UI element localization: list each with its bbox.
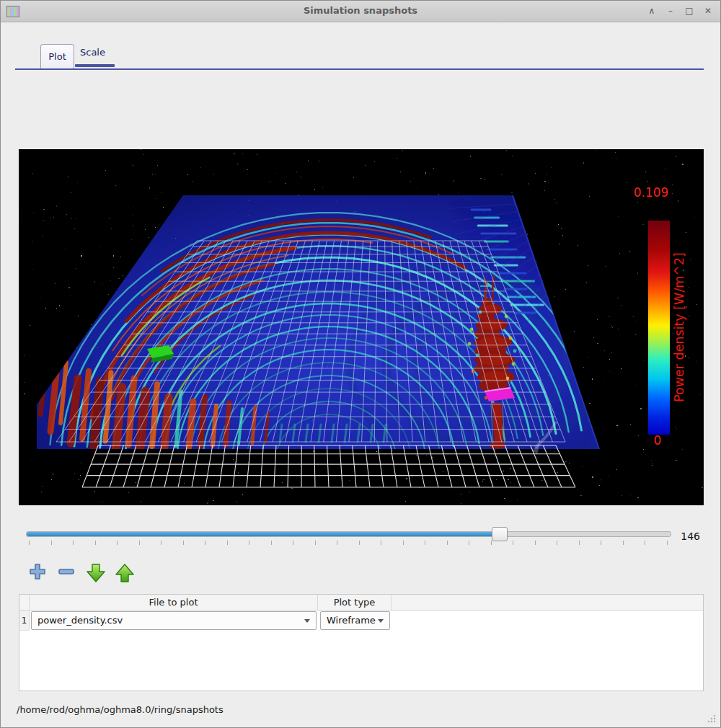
current-path: /home/rod/oghma/oghma8.0/ring/snapshots — [17, 704, 224, 715]
app-window: Simulation snapshots ∧ – □ ✕ Plot Scale … — [0, 0, 721, 728]
header-file-to-plot: File to plot — [30, 595, 318, 611]
toolbar: Pointer Zoom Move — [1, 73, 720, 145]
plot-canvas[interactable]: 0.109 0 Power density [W/m^2] — [19, 149, 704, 505]
move-up-button[interactable] — [115, 563, 135, 583]
table-row: 1 power_density.csv Wireframe — [19, 611, 703, 631]
tab-scale[interactable]: Scale — [80, 47, 105, 58]
minimize-button[interactable]: – — [664, 4, 677, 18]
plot-type-combobox[interactable]: Wireframe — [320, 611, 390, 630]
add-button[interactable] — [29, 563, 46, 580]
window-title: Simulation snapshots — [1, 5, 720, 16]
resize-grip[interactable] — [707, 714, 717, 724]
colorbar — [648, 221, 670, 435]
remove-button[interactable] — [58, 563, 75, 580]
move-down-button[interactable] — [86, 563, 106, 583]
row-number: 1 — [19, 611, 30, 631]
colorbar-max-label: 0.109 — [634, 185, 669, 200]
table-header: File to plot Plot type — [19, 595, 703, 611]
tab-plot[interactable]: Plot — [40, 44, 74, 69]
shade-button[interactable]: ∧ — [645, 4, 658, 18]
slider-value: 146 — [681, 531, 700, 542]
slider-handle[interactable] — [492, 527, 508, 541]
colorbar-axis-title: Power density [W/m^2] — [672, 252, 686, 402]
snapshot-slider-zone: 146 — [1, 523, 720, 556]
chevron-down-icon — [378, 619, 384, 623]
slider-ticks — [26, 541, 671, 546]
maximize-button[interactable]: □ — [683, 4, 696, 18]
slider-filled-track — [27, 532, 500, 536]
tab-bar: Plot Scale — [1, 41, 720, 70]
snapshot-slider-track[interactable] — [26, 531, 671, 537]
window-controls: ∧ – □ ✕ — [645, 4, 715, 18]
colorbar-min-label: 0 — [654, 433, 662, 448]
status-bar: /home/rod/oghma/oghma8.0/ring/snapshots — [1, 691, 720, 728]
title-bar: Simulation snapshots ∧ – □ ✕ — [1, 1, 720, 22]
tab-underline — [75, 64, 115, 67]
file-list-actions — [1, 561, 720, 587]
header-row-number — [19, 595, 30, 611]
close-button[interactable]: ✕ — [702, 4, 715, 18]
tab-separator-line — [15, 68, 704, 70]
header-plot-type: Plot type — [318, 595, 392, 611]
file-select-combobox[interactable]: power_density.csv — [31, 611, 317, 630]
chevron-down-icon — [304, 619, 310, 623]
files-table: File to plot Plot type 1 power_density.c… — [19, 594, 704, 691]
